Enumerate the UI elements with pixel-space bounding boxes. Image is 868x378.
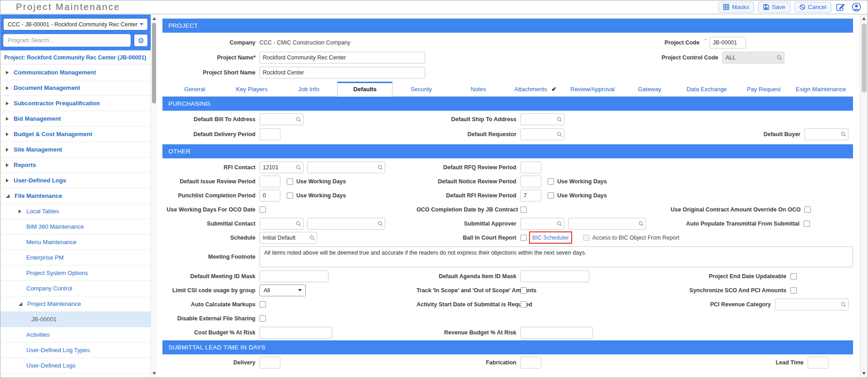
tab-general[interactable]: General	[166, 82, 223, 96]
tab-defaults[interactable]: Defaults	[337, 82, 392, 97]
submittal-contact-name-input[interactable]	[307, 218, 385, 230]
sidebar-item-file-maintenance[interactable]: File Maintenance	[0, 188, 151, 204]
sync-sco-pci-checkbox[interactable]	[790, 287, 797, 294]
tab-gateway[interactable]: Gateway	[621, 82, 678, 96]
project-code-input[interactable]	[710, 37, 746, 49]
lookup-icon[interactable]	[557, 221, 562, 226]
sidebar-item-subcontractor-prequalification[interactable]: Subcontractor Prequalification	[0, 96, 151, 111]
lookup-icon[interactable]	[777, 55, 782, 60]
agenda-mask-input[interactable]	[520, 270, 589, 282]
punchlist-input[interactable]	[260, 190, 280, 201]
main-scrollbar[interactable]	[860, 15, 868, 378]
rfi-contact-name-input[interactable]	[307, 162, 385, 173]
edit-button[interactable]	[835, 2, 847, 13]
scroll-up-arrow[interactable]	[860, 15, 868, 22]
tab-data-exchange[interactable]: Data Exchange	[678, 82, 736, 96]
sidebar-item-enterprise-pm[interactable]: Enterprise PM	[0, 250, 151, 265]
rfi-review-input[interactable]	[520, 190, 541, 201]
submittal-approver-name-input[interactable]	[568, 218, 646, 230]
lead-time-input[interactable]	[808, 357, 829, 368]
bic-access-checkbox[interactable]	[583, 235, 589, 241]
tab-pay-request[interactable]: Pay Request	[735, 82, 792, 96]
sidebar-item-bid-management[interactable]: Bid Management	[0, 111, 151, 127]
lookup-icon[interactable]	[296, 221, 301, 226]
masks-button[interactable]: Masks	[718, 2, 754, 13]
project-control-code-input[interactable]	[722, 52, 785, 64]
sidebar-item-activities[interactable]: Activities	[0, 327, 151, 343]
tab-job-info[interactable]: Job Info	[280, 82, 338, 96]
auto-markup-checkbox[interactable]	[260, 301, 266, 308]
sidebar-item-user-defined-log-types[interactable]: User-Defined Log Types	[0, 343, 151, 358]
sidebar-item-site-management[interactable]: Site Management	[0, 142, 151, 157]
auto-populate-checkbox[interactable]	[804, 221, 810, 227]
notice-working-days-checkbox[interactable]	[548, 178, 554, 185]
lookup-icon[interactable]	[841, 302, 846, 307]
issue-review-input[interactable]	[260, 176, 280, 187]
tab-esign-maintenance[interactable]: Esign Maintenance	[792, 82, 849, 96]
main-scrollbar-thumb[interactable]	[862, 24, 867, 93]
tab-notes[interactable]: Notes	[450, 82, 507, 96]
lookup-icon[interactable]	[378, 221, 383, 226]
program-search-input[interactable]	[3, 34, 131, 47]
schedule-input[interactable]	[260, 232, 317, 244]
sidebar-item-project-maintenance[interactable]: Project Maintenance	[0, 296, 151, 312]
end-date-updateable-checkbox[interactable]	[790, 273, 797, 280]
lookup-icon[interactable]	[557, 117, 562, 122]
issue-working-days-checkbox[interactable]	[287, 178, 293, 185]
sidebar-item-user-defined-logs[interactable]: User-Defined Logs	[0, 173, 151, 188]
oco-override-checkbox[interactable]	[804, 206, 811, 213]
oco-completion-checkbox[interactable]	[520, 206, 527, 213]
punchlist-working-days-checkbox[interactable]	[287, 192, 293, 199]
pci-revenue-input[interactable]	[775, 299, 848, 310]
bic-report-checkbox[interactable]	[520, 235, 527, 241]
delivery-period-input[interactable]	[260, 128, 280, 140]
scroll-down-arrow[interactable]	[151, 370, 157, 377]
lookup-icon[interactable]	[378, 165, 383, 170]
save-button[interactable]: Save	[758, 2, 790, 13]
search-settings-button[interactable]: ⚙	[134, 34, 148, 47]
tab-review-approval[interactable]: Review/Approval	[564, 82, 621, 96]
sidebar-item-menu-maintenance[interactable]: Menu Maintenance	[0, 235, 151, 250]
lookup-icon[interactable]	[296, 165, 301, 170]
lookup-icon[interactable]	[309, 235, 315, 241]
disable-sharing-checkbox[interactable]	[260, 315, 266, 322]
cost-budget-input[interactable]	[260, 327, 332, 339]
tab-key-players[interactable]: Key Players	[223, 82, 280, 96]
sidebar-item-communication-management[interactable]: Communication Management	[0, 65, 151, 80]
fabrication-input[interactable]	[520, 357, 541, 368]
sidebar-item-local-tables[interactable]: Local Tables	[0, 204, 151, 219]
meeting-footnote-textarea[interactable]: All items noted above will be deemed tru…	[260, 246, 853, 267]
sidebar-item-budget-cost-management[interactable]: Budget & Cost Management	[0, 127, 151, 142]
sidebar-item-company-control[interactable]: Company Control	[0, 281, 151, 296]
activity-start-checkbox[interactable]	[520, 301, 527, 308]
cancel-button[interactable]: Cancel	[794, 2, 831, 13]
sidebar-scrollbar-thumb[interactable]	[152, 23, 156, 103]
meeting-mask-input[interactable]	[260, 270, 329, 282]
sidebar-item-document-management[interactable]: Document Management	[0, 80, 151, 96]
sidebar-scrollbar[interactable]	[151, 15, 157, 378]
track-scope-checkbox[interactable]	[520, 287, 527, 294]
scroll-down-arrow[interactable]	[860, 370, 868, 377]
project-name-input[interactable]	[260, 52, 425, 64]
lookup-icon[interactable]	[841, 132, 846, 137]
sidebar-item-user-defined-logs-2[interactable]: User-Defined Logs	[0, 358, 151, 373]
revenue-budget-input[interactable]	[520, 327, 593, 339]
csi-group-select[interactable]: All	[260, 285, 306, 296]
delivery-input[interactable]	[260, 357, 280, 368]
sidebar-project-link[interactable]: Project: Rockford Community Rec Center (…	[0, 50, 151, 65]
user-profile-button[interactable]	[851, 2, 862, 13]
oco-working-days-checkbox[interactable]	[260, 206, 266, 213]
sidebar-item-project-system-options[interactable]: Project System Options	[0, 265, 151, 281]
sidebar-item-reports[interactable]: Reports	[0, 157, 151, 173]
tab-attachments[interactable]: Attachments ✔	[507, 82, 564, 96]
lookup-icon[interactable]	[296, 117, 301, 122]
sidebar-item-bim-360-maintenance[interactable]: BIM 360 Maintenance	[0, 219, 151, 235]
tab-security[interactable]: Security	[392, 82, 450, 96]
sidebar-item-jb-00001[interactable]: JB-00001	[0, 312, 151, 327]
project-context-dropdown[interactable]: CCC - JB-00001 - Rockford Community Rec …	[3, 18, 148, 30]
project-short-name-input[interactable]	[260, 67, 425, 79]
rfq-review-input[interactable]	[520, 162, 541, 173]
rfi-working-days-checkbox[interactable]	[548, 192, 554, 199]
bic-scheduler-link[interactable]: BIC Scheduler	[532, 235, 569, 241]
scroll-up-arrow[interactable]	[151, 15, 157, 22]
